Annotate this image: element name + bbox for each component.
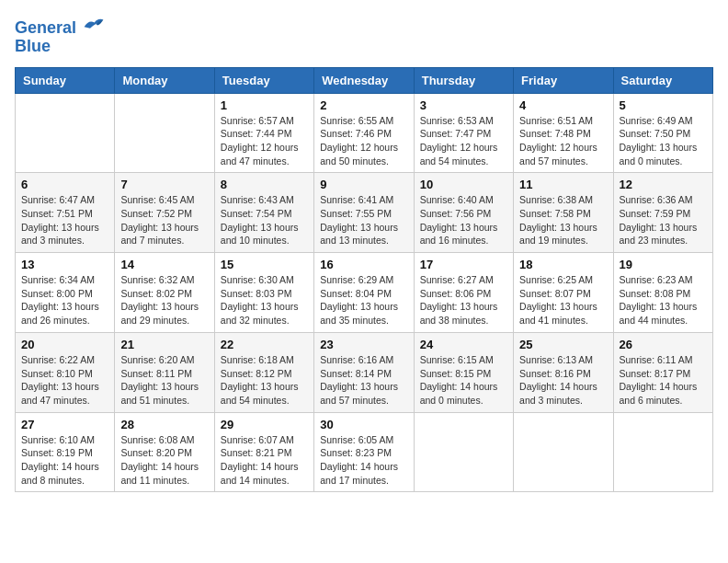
calendar-cell: 3Sunrise: 6:53 AM Sunset: 7:47 PM Daylig…	[414, 93, 513, 173]
day-info: Sunrise: 6:23 AM Sunset: 8:08 PM Dayligh…	[620, 273, 707, 327]
day-number: 29	[221, 418, 308, 431]
day-number: 17	[420, 258, 507, 271]
day-number: 20	[21, 338, 108, 351]
calendar-cell: 22Sunrise: 6:18 AM Sunset: 8:12 PM Dayli…	[214, 332, 313, 412]
day-info: Sunrise: 6:47 AM Sunset: 7:51 PM Dayligh…	[21, 193, 108, 247]
day-number: 12	[620, 178, 707, 191]
calendar-cell: 16Sunrise: 6:29 AM Sunset: 8:04 PM Dayli…	[314, 253, 414, 333]
day-info: Sunrise: 6:29 AM Sunset: 8:04 PM Dayligh…	[320, 273, 407, 327]
logo: General Blue	[15, 15, 105, 56]
calendar-cell: 30Sunrise: 6:05 AM Sunset: 8:23 PM Dayli…	[314, 412, 414, 492]
day-info: Sunrise: 6:36 AM Sunset: 7:59 PM Dayligh…	[620, 193, 707, 247]
day-info: Sunrise: 6:15 AM Sunset: 8:15 PM Dayligh…	[420, 353, 507, 408]
logo-blue-text: Blue	[15, 38, 105, 56]
calendar-cell: 17Sunrise: 6:27 AM Sunset: 8:06 PM Dayli…	[414, 253, 513, 333]
day-number: 18	[519, 258, 607, 271]
weekday-header: Saturday	[613, 67, 712, 93]
weekday-header-row: SundayMondayTuesdayWednesdayThursdayFrid…	[16, 67, 713, 93]
weekday-header: Monday	[115, 67, 214, 93]
day-number: 16	[320, 258, 407, 271]
day-info: Sunrise: 6:10 AM Sunset: 8:19 PM Dayligh…	[21, 433, 108, 488]
day-number: 30	[320, 418, 407, 431]
day-info: Sunrise: 6:16 AM Sunset: 8:14 PM Dayligh…	[320, 353, 407, 408]
calendar-week-row: 13Sunrise: 6:34 AM Sunset: 8:00 PM Dayli…	[16, 253, 713, 333]
day-number: 23	[320, 338, 407, 351]
calendar-week-row: 6Sunrise: 6:47 AM Sunset: 7:51 PM Daylig…	[16, 173, 713, 253]
page-header: General Blue	[15, 15, 713, 56]
day-number: 13	[21, 258, 108, 271]
calendar-cell: 20Sunrise: 6:22 AM Sunset: 8:10 PM Dayli…	[16, 332, 115, 412]
day-info: Sunrise: 6:55 AM Sunset: 7:46 PM Dayligh…	[320, 114, 407, 168]
day-info: Sunrise: 6:45 AM Sunset: 7:52 PM Dayligh…	[120, 193, 208, 247]
day-number: 6	[21, 178, 108, 191]
day-number: 2	[320, 98, 407, 112]
calendar-cell: 10Sunrise: 6:40 AM Sunset: 7:56 PM Dayli…	[414, 173, 513, 253]
day-info: Sunrise: 6:18 AM Sunset: 8:12 PM Dayligh…	[221, 353, 308, 408]
calendar-cell: 24Sunrise: 6:15 AM Sunset: 8:15 PM Dayli…	[414, 332, 513, 412]
day-number: 9	[320, 178, 407, 191]
calendar-cell: 26Sunrise: 6:11 AM Sunset: 8:17 PM Dayli…	[613, 332, 712, 412]
day-number: 1	[221, 98, 308, 112]
day-info: Sunrise: 6:30 AM Sunset: 8:03 PM Dayligh…	[221, 273, 308, 327]
calendar-cell: 13Sunrise: 6:34 AM Sunset: 8:00 PM Dayli…	[16, 253, 115, 333]
day-info: Sunrise: 6:40 AM Sunset: 7:56 PM Dayligh…	[420, 193, 507, 247]
day-info: Sunrise: 6:41 AM Sunset: 7:55 PM Dayligh…	[320, 193, 407, 247]
day-info: Sunrise: 6:25 AM Sunset: 8:07 PM Dayligh…	[519, 273, 607, 327]
day-number: 15	[221, 258, 308, 271]
calendar-cell	[514, 412, 613, 492]
day-number: 5	[620, 98, 707, 112]
calendar-cell: 28Sunrise: 6:08 AM Sunset: 8:20 PM Dayli…	[115, 412, 214, 492]
day-info: Sunrise: 6:57 AM Sunset: 7:44 PM Dayligh…	[221, 114, 308, 168]
day-info: Sunrise: 6:51 AM Sunset: 7:48 PM Dayligh…	[519, 114, 607, 168]
day-number: 14	[120, 258, 208, 271]
day-info: Sunrise: 6:20 AM Sunset: 8:11 PM Dayligh…	[120, 353, 208, 408]
weekday-header: Wednesday	[314, 67, 414, 93]
day-number: 10	[420, 178, 507, 191]
day-info: Sunrise: 6:27 AM Sunset: 8:06 PM Dayligh…	[420, 273, 507, 327]
day-info: Sunrise: 6:22 AM Sunset: 8:10 PM Dayligh…	[21, 353, 108, 408]
day-info: Sunrise: 6:11 AM Sunset: 8:17 PM Dayligh…	[620, 353, 707, 408]
weekday-header: Friday	[514, 67, 613, 93]
calendar-cell: 7Sunrise: 6:45 AM Sunset: 7:52 PM Daylig…	[115, 173, 214, 253]
day-info: Sunrise: 6:08 AM Sunset: 8:20 PM Dayligh…	[120, 433, 208, 488]
day-number: 19	[620, 258, 707, 271]
day-number: 4	[519, 98, 607, 112]
calendar-cell: 29Sunrise: 6:07 AM Sunset: 8:21 PM Dayli…	[214, 412, 313, 492]
calendar-cell: 6Sunrise: 6:47 AM Sunset: 7:51 PM Daylig…	[16, 173, 115, 253]
calendar-cell: 1Sunrise: 6:57 AM Sunset: 7:44 PM Daylig…	[214, 93, 313, 173]
calendar-week-row: 20Sunrise: 6:22 AM Sunset: 8:10 PM Dayli…	[16, 332, 713, 412]
logo-text: General	[15, 15, 105, 38]
calendar-cell: 15Sunrise: 6:30 AM Sunset: 8:03 PM Dayli…	[214, 253, 313, 333]
calendar-cell: 11Sunrise: 6:38 AM Sunset: 7:58 PM Dayli…	[514, 173, 613, 253]
day-number: 22	[221, 338, 308, 351]
calendar-cell: 5Sunrise: 6:49 AM Sunset: 7:50 PM Daylig…	[613, 93, 712, 173]
day-info: Sunrise: 6:49 AM Sunset: 7:50 PM Dayligh…	[620, 114, 707, 168]
day-info: Sunrise: 6:07 AM Sunset: 8:21 PM Dayligh…	[221, 433, 308, 488]
calendar-cell: 21Sunrise: 6:20 AM Sunset: 8:11 PM Dayli…	[115, 332, 214, 412]
calendar-cell: 9Sunrise: 6:41 AM Sunset: 7:55 PM Daylig…	[314, 173, 414, 253]
day-number: 3	[420, 98, 507, 112]
day-number: 28	[120, 418, 208, 431]
calendar-week-row: 1Sunrise: 6:57 AM Sunset: 7:44 PM Daylig…	[16, 93, 713, 173]
day-info: Sunrise: 6:05 AM Sunset: 8:23 PM Dayligh…	[320, 433, 407, 488]
weekday-header: Sunday	[16, 67, 115, 93]
day-info: Sunrise: 6:38 AM Sunset: 7:58 PM Dayligh…	[519, 193, 607, 247]
calendar-cell	[414, 412, 513, 492]
calendar-table: SundayMondayTuesdayWednesdayThursdayFrid…	[15, 67, 713, 493]
calendar-week-row: 27Sunrise: 6:10 AM Sunset: 8:19 PM Dayli…	[16, 412, 713, 492]
day-number: 25	[519, 338, 607, 351]
calendar-cell: 19Sunrise: 6:23 AM Sunset: 8:08 PM Dayli…	[613, 253, 712, 333]
day-info: Sunrise: 6:32 AM Sunset: 8:02 PM Dayligh…	[120, 273, 208, 327]
calendar-cell: 23Sunrise: 6:16 AM Sunset: 8:14 PM Dayli…	[314, 332, 414, 412]
day-info: Sunrise: 6:13 AM Sunset: 8:16 PM Dayligh…	[519, 353, 607, 408]
day-info: Sunrise: 6:53 AM Sunset: 7:47 PM Dayligh…	[420, 114, 507, 168]
day-number: 21	[120, 338, 208, 351]
day-number: 8	[221, 178, 308, 191]
weekday-header: Thursday	[414, 67, 513, 93]
calendar-cell: 4Sunrise: 6:51 AM Sunset: 7:48 PM Daylig…	[514, 93, 613, 173]
logo-bird-icon	[83, 15, 105, 33]
calendar-cell: 18Sunrise: 6:25 AM Sunset: 8:07 PM Dayli…	[514, 253, 613, 333]
calendar-cell	[613, 412, 712, 492]
calendar-cell	[16, 93, 115, 173]
weekday-header: Tuesday	[214, 67, 313, 93]
